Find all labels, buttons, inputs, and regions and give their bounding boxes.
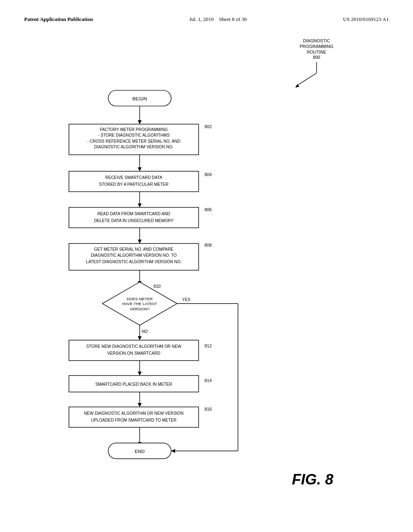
- label-814: 814: [204, 378, 212, 383]
- page: Patent Application Publication Jul. 1, 2…: [0, 0, 413, 532]
- routine-line3: ROUTINE: [307, 50, 326, 54]
- header-sheet: Sheet 8 of 30: [219, 16, 247, 22]
- node-804: [69, 171, 199, 192]
- node-810-line3: VERSION?: [130, 307, 150, 311]
- node-808-line2: DIAGNOSTIC ALGORITHM VERSION NO. TO: [91, 253, 177, 258]
- node-812: [69, 340, 199, 361]
- arrow-814-816-head: [138, 403, 142, 407]
- flowchart-area: DIAGNOSTIC PROGRAMMING ROUTINE 800 BEGIN…: [24, 31, 389, 494]
- arrow-804-806-head: [138, 204, 142, 208]
- fig-label: FIG. 8: [292, 471, 334, 488]
- node-810-line2: HAVE THE LATEST: [122, 301, 157, 306]
- entry-diagonal: [297, 73, 317, 85]
- arrow-yes-end-head: [171, 449, 175, 453]
- routine-line2: PROGRAMMING: [300, 44, 333, 49]
- header-center: Jul. 1, 2010 Sheet 8 of 30: [189, 16, 247, 23]
- node-816-line1: NEW DIAGNOSTIC ALGORITHM OR NEW VERSION: [84, 411, 184, 416]
- label-802: 802: [204, 124, 212, 129]
- arrow-begin-802-head: [138, 120, 142, 124]
- node-802-line4: DIAGNOSTIC ALGORITHM VERSION NO.: [94, 145, 173, 149]
- arrow-806-808-head: [138, 239, 142, 243]
- label-816: 816: [204, 407, 212, 411]
- node-812-line1: STORE NEW DIAGNOSTIC ALGORITHM OR NEW: [86, 344, 181, 349]
- label-812: 812: [204, 343, 212, 348]
- node-810-line1: DOES METER: [127, 297, 152, 301]
- node-806-line2: DELETE DATA IN UNSECURED MEMORY: [94, 218, 173, 223]
- node-804-line2: STORED BY A PARTICULAR METER: [99, 182, 168, 187]
- node-804-line1: RECEIVE SMARTCARD DATA: [105, 175, 162, 180]
- node-806-line1: READ DATA FROM SMARTCARD AND: [97, 212, 170, 216]
- arrow-802-804-head: [138, 167, 142, 171]
- no-label: NO: [142, 329, 148, 334]
- node-814-label: SMARTCARD PLACED BACK IN METER: [95, 382, 172, 387]
- routine-number: 800: [313, 55, 320, 60]
- node-802-line2: - STORE DIAGNOSTIC ALGORITHMS: [98, 133, 170, 137]
- node-808-line1: GET METER SERIAL NO. AND COMPARE: [94, 247, 173, 251]
- label-810: 810: [153, 284, 161, 289]
- node-816: [69, 407, 199, 428]
- header-date: Jul. 1, 2010: [189, 16, 214, 22]
- arrow-no-head: [138, 336, 142, 340]
- label-806: 806: [204, 207, 212, 212]
- arrow-812-814-head: [138, 372, 142, 376]
- node-802-line1: FACTORY METER PROGRAMMING: [100, 127, 168, 132]
- end-label: END: [135, 449, 145, 454]
- node-816-line2: UPLOADED FROM SMARTCARD TO METER: [91, 418, 177, 422]
- node-808-line3: LATEST DIAGNOSTIC ALGORITHM VERSION NO.: [86, 260, 181, 264]
- flowchart-svg: DIAGNOSTIC PROGRAMMING ROUTINE 800 BEGIN…: [24, 31, 389, 494]
- node-806: [69, 208, 199, 228]
- label-808: 808: [204, 243, 212, 247]
- header-left: Patent Application Publication: [24, 16, 93, 23]
- node-812-line2: VERSION ON SMARTCARD: [107, 351, 161, 355]
- node-802-line3: - CROSS REFERENCE METER SERIAL NO. AND: [87, 139, 180, 143]
- yes-label: YES: [182, 297, 191, 302]
- routine-line1: DIAGNOSTIC: [303, 38, 330, 43]
- begin-label: BEGIN: [132, 96, 147, 101]
- header-right: US 2010/0169123 A1: [343, 16, 389, 23]
- header: Patent Application Publication Jul. 1, 2…: [24, 16, 389, 23]
- label-804: 804: [204, 172, 212, 177]
